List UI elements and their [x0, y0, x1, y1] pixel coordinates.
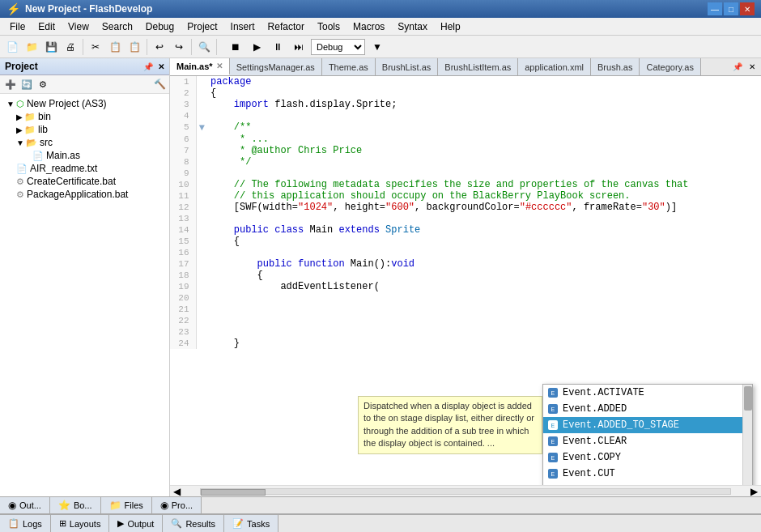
panel-tab-logs[interactable]: 📋 Logs [0, 515, 51, 532]
tab-category[interactable]: Category.as [640, 58, 701, 75]
sidebar-item-project[interactable]: ▼ ⬡ New Project (AS3) [0, 97, 169, 110]
menu-help[interactable]: Help [434, 19, 467, 34]
maximize-button[interactable]: □ [724, 2, 738, 15]
code-scroll-track[interactable] [200, 488, 731, 495]
sidebar-pin-btn[interactable]: 📌 [143, 62, 153, 71]
tab-brushlist[interactable]: BrushList.as [376, 58, 439, 75]
tab-pin-btn[interactable]: 📌 [730, 62, 745, 72]
cut-btn[interactable]: ✂ [87, 38, 104, 56]
scroll-right-btn[interactable]: ▶ [747, 486, 761, 497]
bottom-tab-output[interactable]: ◉ Out... [0, 497, 50, 513]
menu-refactor[interactable]: Refactor [261, 19, 311, 34]
stop-debug-btn[interactable]: ⏹ [227, 38, 244, 56]
debug-more-btn[interactable]: ▼ [368, 38, 386, 56]
debug-mode-select[interactable]: Debug Release [311, 39, 365, 55]
sidebar-refresh-btn[interactable]: 🔄 [19, 77, 34, 92]
new-file-btn[interactable]: 📄 [3, 38, 21, 56]
tasks-icon: 📝 [232, 518, 244, 529]
tab-main-as[interactable]: Main.as* ✕ [170, 58, 230, 75]
sidebar-item-lib[interactable]: ▶ 📁 lib [0, 123, 169, 136]
menu-project[interactable]: Project [181, 19, 223, 34]
sidebar: Project 📌 ✕ ➕ 🔄 ⚙ 🔨 ▼ ⬡ New Project (AS3… [0, 58, 170, 496]
tab-brush-label: Brush.as [597, 62, 632, 72]
panel-tab-output[interactable]: ▶ Output [109, 515, 163, 532]
code-line-13: 13 [170, 213, 761, 224]
sidebar-close-btn[interactable]: ✕ [158, 62, 164, 71]
autocomplete-inner: E Event.ACTIVATE E Event.ADDED E Event.A… [543, 385, 752, 485]
code-scrollbar[interactable]: ◀ ▶ [170, 485, 761, 496]
ac-scrollbar[interactable] [742, 385, 752, 485]
print-btn[interactable]: 🖨 [62, 38, 79, 56]
tab-brush[interactable]: Brush.as [591, 58, 640, 75]
tab-close-all-btn[interactable]: ✕ [746, 62, 758, 72]
scroll-left-btn[interactable]: ◀ [170, 486, 184, 497]
ac-item-deactivate[interactable]: E Event.DEACTIVATE [543, 482, 742, 485]
minimize-button[interactable]: — [708, 2, 722, 15]
ac-item-clear[interactable]: E Event.CLEAR [543, 433, 742, 449]
toolbar-sep-1 [83, 39, 83, 55]
panel-tab-tasks[interactable]: 📝 Tasks [224, 515, 278, 532]
src-arrow[interactable]: ▼ [16, 138, 24, 147]
panel-tab-layouts[interactable]: ⊞ Layouts [51, 515, 110, 532]
menu-file[interactable]: File [3, 19, 32, 34]
menu-syntax[interactable]: Syntax [391, 19, 434, 34]
run-debug-btn[interactable]: ▶ [248, 38, 266, 56]
menu-edit[interactable]: Edit [32, 19, 62, 34]
open-file-btn[interactable]: 📁 [23, 38, 40, 56]
panel-tab-results[interactable]: 🔍 Results [163, 515, 224, 532]
tab-brushlistitem[interactable]: BrushListItem.as [438, 58, 518, 75]
code-line-1: 1 package [170, 76, 761, 87]
sidebar-add-btn[interactable]: ➕ [3, 77, 18, 92]
menu-search[interactable]: Search [96, 19, 139, 34]
sidebar-item-package-app[interactable]: ⚙ PackageApplication.bat [0, 188, 169, 201]
tab-category-label: Category.as [646, 62, 694, 72]
code-scroll-thumb[interactable] [201, 489, 266, 496]
save-btn[interactable]: 💾 [42, 38, 60, 56]
ac-scroll-thumb[interactable] [744, 386, 752, 411]
ac-icon-activate: E [546, 386, 559, 399]
tab-theme[interactable]: Theme.as [322, 58, 376, 75]
bottom-tab-bar: ◉ Out... ⭐ Bo... 📁 Files ◉ Pro... [0, 496, 761, 514]
sidebar-item-create-cert[interactable]: ⚙ CreateCertificate.bat [0, 175, 169, 188]
lib-arrow[interactable]: ▶ [16, 126, 23, 134]
tab-main-as-close[interactable]: ✕ [216, 62, 223, 70]
menu-insert[interactable]: Insert [224, 19, 261, 34]
paste-btn[interactable]: 📋 [125, 38, 143, 56]
code-line-9: 9 [170, 168, 761, 179]
code-editor[interactable]: 1 package 2 { 3 import flash.display.Spr… [170, 76, 761, 485]
sidebar-settings-btn[interactable]: ⚙ [36, 77, 50, 92]
app-title: New Project - FlashDevelop [25, 3, 152, 15]
bin-label: bin [38, 111, 51, 122]
bottom-tab-pro[interactable]: ◉ Pro... [152, 497, 202, 513]
ac-item-copy[interactable]: E Event.COPY [543, 449, 742, 466]
menu-tools[interactable]: Tools [311, 19, 346, 34]
menu-view[interactable]: View [62, 19, 96, 34]
tab-settings-manager[interactable]: SettingsManager.as [230, 58, 322, 75]
close-button[interactable]: ✕ [740, 2, 755, 15]
bin-folder-icon: 📁 [24, 112, 36, 122]
tab-application-xml[interactable]: application.xml [518, 58, 591, 75]
sidebar-item-src[interactable]: ▼ 📂 src [0, 136, 169, 149]
undo-btn[interactable]: ↩ [151, 38, 168, 56]
project-arrow[interactable]: ▼ [6, 100, 15, 109]
sidebar-build-btn[interactable]: 🔨 [154, 79, 166, 90]
pause-debug-btn[interactable]: ⏸ [269, 38, 287, 56]
sidebar-item-bin[interactable]: ▶ 📁 bin [0, 110, 169, 123]
ac-label-cut: Event.CUT [563, 468, 615, 479]
search-btn[interactable]: 🔍 [195, 38, 213, 56]
ac-item-added-to-stage[interactable]: E Event.ADDED_TO_STAGE [543, 417, 742, 433]
bottom-tab-bookmarks[interactable]: ⭐ Bo... [50, 497, 101, 513]
copy-btn[interactable]: 📋 [106, 38, 124, 56]
bin-arrow[interactable]: ▶ [16, 113, 23, 121]
menu-debug[interactable]: Debug [139, 19, 181, 34]
sidebar-item-main-as[interactable]: 📄 Main.as [0, 149, 169, 162]
menu-macros[interactable]: Macros [346, 19, 391, 34]
code-line-6: 6 * ... [170, 134, 761, 145]
ac-item-cut[interactable]: E Event.CUT [543, 466, 742, 482]
ac-item-added[interactable]: E Event.ADDED [543, 401, 742, 417]
bottom-tab-files[interactable]: 📁 Files [101, 497, 152, 513]
step-debug-btn[interactable]: ⏭ [290, 38, 308, 56]
ac-item-activate[interactable]: E Event.ACTIVATE [543, 385, 742, 401]
redo-btn[interactable]: ↪ [170, 38, 188, 56]
sidebar-item-air-readme[interactable]: 📄 AIR_readme.txt [0, 162, 169, 175]
